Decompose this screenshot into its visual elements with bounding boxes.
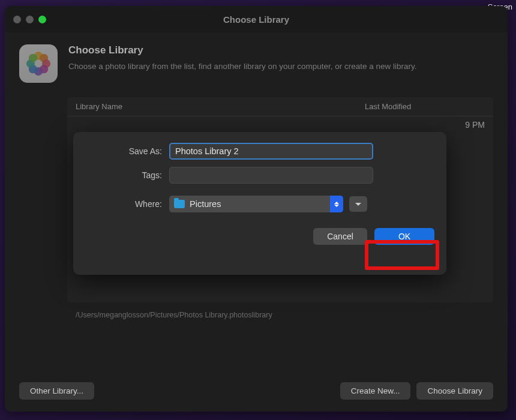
row-time-fragment: 9 PM [465,120,485,130]
chevron-down-icon [355,203,361,206]
create-new-button[interactable]: Create New... [340,382,411,400]
choose-library-button[interactable]: Choose Library [416,382,493,400]
folder-icon [174,200,185,208]
expand-button[interactable] [349,196,367,212]
col-last-modified[interactable]: Last Modified [365,102,485,111]
where-select[interactable]: Pictures [169,196,343,212]
traffic-lights [13,16,46,23]
table-header: Library Name Last Modified [67,97,493,116]
save-as-input[interactable] [169,143,373,160]
select-arrows-icon [330,196,343,212]
other-library-button[interactable]: Other Library... [19,382,94,400]
where-value: Pictures [190,199,221,209]
col-library-name[interactable]: Library Name [76,102,365,111]
tags-label: Tags: [85,170,169,180]
bottom-button-row: Other Library... Create New... Choose Li… [19,382,493,400]
library-path: /Users/meganglosson/Pictures/Photos Libr… [76,311,493,319]
save-as-row: Save As: [85,143,434,160]
save-as-label: Save As: [85,146,169,156]
tags-input[interactable] [169,167,373,184]
photos-app-icon [19,44,58,83]
sheet-button-row: Cancel OK [85,228,434,245]
cancel-button[interactable]: Cancel [313,228,367,245]
svg-point-7 [29,54,37,62]
header-title: Choose Library [68,44,417,56]
window-title: Choose Library [5,14,508,25]
close-icon[interactable] [13,16,21,23]
header-row: Choose Library Choose a photo library fr… [19,44,493,83]
minimize-icon[interactable] [26,16,34,23]
where-label: Where: [85,199,169,209]
ok-button[interactable]: OK [374,228,434,245]
tags-row: Tags: [85,167,434,184]
header-subtitle: Choose a photo library from the list, fi… [68,61,417,73]
titlebar: Choose Library [5,6,508,32]
save-sheet: Save As: Tags: Where: Pictures Cancel OK [73,132,446,275]
header-text: Choose Library Choose a photo library fr… [68,44,417,73]
where-row: Where: Pictures [85,196,434,212]
maximize-icon[interactable] [38,16,46,23]
